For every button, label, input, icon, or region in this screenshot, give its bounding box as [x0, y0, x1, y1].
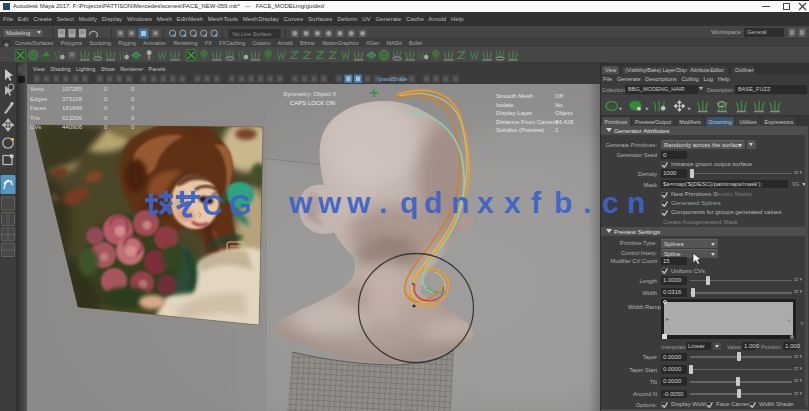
- svg-text:G: G: [229, 189, 252, 219]
- svg-text:No Live Surface: No Live Surface: [233, 30, 272, 36]
- svg-text:plasticShade: plasticShade: [379, 76, 408, 82]
- svg-text:C: C: [202, 189, 223, 219]
